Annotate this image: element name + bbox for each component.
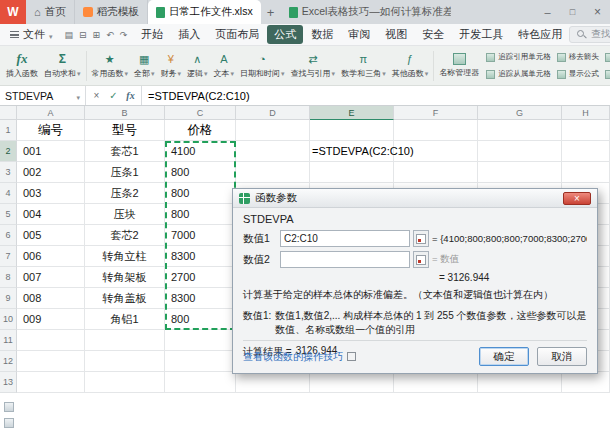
ribbon-category-常用函数[interactable]: ★常用函数 (89, 48, 132, 84)
menu-item-开始[interactable]: 开始 (134, 25, 170, 44)
cell-A5[interactable]: 004 (17, 204, 85, 225)
audit-button-移去箭头[interactable]: 移去箭头 (557, 50, 599, 65)
cell-H1[interactable] (562, 120, 610, 141)
row-header-9[interactable]: 9 (0, 288, 17, 309)
autosum-button[interactable]: Σ 自动求和 (41, 48, 84, 84)
cell-A1[interactable]: 编号 (17, 120, 85, 141)
cell-B6[interactable]: 套芯2 (85, 225, 165, 246)
cell-C5[interactable]: 800 (165, 204, 236, 225)
cell-C10[interactable]: 800 (165, 309, 236, 330)
dialog-titlebar[interactable]: 函数参数 (233, 189, 597, 208)
cell-B10[interactable]: 角铝1 (85, 309, 165, 330)
cell-A13[interactable] (17, 372, 85, 393)
cell-A9[interactable]: 008 (17, 288, 85, 309)
cell-H3[interactable] (562, 162, 610, 183)
cell-G1[interactable] (478, 120, 562, 141)
cancel-entry-icon[interactable] (88, 90, 105, 101)
column-header-H[interactable]: H (562, 106, 610, 120)
menu-item-特色应用[interactable]: 特色应用 (511, 25, 569, 44)
cell-B3[interactable]: 压条1 (85, 162, 165, 183)
tab-document[interactable]: 日常工作文件.xlsx (148, 0, 261, 24)
cell-B4[interactable]: 压条2 (85, 183, 165, 204)
cell-E3[interactable] (310, 162, 394, 183)
print-icon[interactable] (76, 30, 90, 40)
column-header-G[interactable]: G (478, 106, 562, 120)
cell-E1[interactable] (310, 120, 394, 141)
insert-function-icon[interactable] (122, 90, 139, 101)
menu-item-审阅[interactable]: 审阅 (341, 25, 377, 44)
column-header-E[interactable]: E (310, 106, 394, 120)
audit-button-追踪从属单元格[interactable]: 追踪从属单元格 (486, 67, 551, 82)
cell-C13[interactable] (165, 372, 236, 393)
cell-B7[interactable]: 转角立柱 (85, 246, 165, 267)
row-header-7[interactable]: 7 (0, 246, 17, 267)
row-header-12[interactable]: 12 (0, 351, 17, 372)
cell-E13[interactable] (310, 372, 394, 393)
row-header-2[interactable]: 2 (0, 141, 17, 162)
cell-G2[interactable] (478, 141, 562, 162)
cell-B1[interactable]: 型号 (85, 120, 165, 141)
maximize-button[interactable] (560, 0, 585, 24)
ribbon-category-其他函数[interactable]: ƒ其他函数 (389, 48, 432, 84)
audit-button-追踪引用单元格[interactable]: 追踪引用单元格 (486, 50, 551, 65)
cell-D3[interactable] (236, 162, 310, 183)
cell-B5[interactable]: 压块 (85, 204, 165, 225)
arg2-input[interactable] (280, 251, 410, 268)
row-header-11[interactable]: 11 (0, 330, 17, 351)
ribbon-category-逻辑[interactable]: ∧逻辑 (184, 48, 211, 84)
cell-C11[interactable] (165, 330, 236, 351)
ribbon-category-日期和时间[interactable]: ◔日期和时间 (237, 48, 288, 84)
arg2-range-picker-button[interactable] (413, 251, 429, 268)
cell-G13[interactable] (478, 372, 562, 393)
cell-C8[interactable]: 2700 (165, 267, 236, 288)
row-header-10[interactable]: 10 (0, 309, 17, 330)
function-tips-link[interactable]: 查看该函数的操作技巧 (243, 350, 343, 364)
cell-B8[interactable]: 转角架板 (85, 267, 165, 288)
cell-C4[interactable]: 800 (165, 183, 236, 204)
cell-B12[interactable] (85, 351, 165, 372)
row-header-8[interactable]: 8 (0, 267, 17, 288)
name-box[interactable]: STDEVPA (0, 86, 86, 105)
undo-icon[interactable] (103, 30, 117, 40)
file-menu-button[interactable]: 文件 (5, 27, 58, 42)
cancel-button[interactable]: 取消 (537, 347, 587, 366)
minimize-button[interactable] (535, 0, 560, 24)
command-search-box[interactable]: 查找命令、搜索模板 (569, 26, 610, 43)
cell-B11[interactable] (85, 330, 165, 351)
cell-H2[interactable] (562, 141, 610, 162)
row-header-13[interactable]: 13 (0, 372, 17, 393)
formula-input[interactable]: =STDEVPA(C2:C10) (142, 86, 250, 105)
tab-article[interactable]: Excel表格技巧—如何计算标准差 (281, 0, 451, 24)
cell-A3[interactable]: 002 (17, 162, 85, 183)
menu-item-开发工具[interactable]: 开发工具 (452, 25, 510, 44)
cell-C6[interactable]: 7000 (165, 225, 236, 246)
name-manager-button[interactable]: 名称管理器 (436, 48, 482, 84)
dialog-close-button[interactable] (563, 192, 591, 205)
cell-C1[interactable]: 价格 (165, 120, 236, 141)
audit-button-错误检查[interactable]: 错误检查 (605, 67, 610, 82)
menu-item-插入[interactable]: 插入 (171, 25, 207, 44)
column-header-B[interactable]: B (85, 106, 165, 120)
grid-icon[interactable] (4, 418, 14, 428)
audit-button-公式求值[interactable]: 公式求值 (605, 50, 610, 65)
grid-icon[interactable] (4, 402, 14, 412)
row-header-4[interactable]: 4 (0, 183, 17, 204)
cell-F1[interactable] (394, 120, 478, 141)
cell-A8[interactable]: 007 (17, 267, 85, 288)
wps-logo[interactable]: W (0, 0, 26, 24)
cell-A10[interactable]: 009 (17, 309, 85, 330)
menu-item-视图[interactable]: 视图 (378, 25, 414, 44)
column-header-F[interactable]: F (394, 106, 478, 120)
menu-item-页面布局[interactable]: 页面布局 (208, 25, 266, 44)
row-header-6[interactable]: 6 (0, 225, 17, 246)
ribbon-category-全部[interactable]: ▦全部 (131, 48, 158, 84)
menu-item-安全[interactable]: 安全 (415, 25, 451, 44)
row-header-5[interactable]: 5 (0, 204, 17, 225)
cell-D1[interactable] (236, 120, 310, 141)
arg1-range-picker-button[interactable] (413, 230, 429, 247)
cell-B9[interactable]: 转角盖板 (85, 288, 165, 309)
menu-item-公式[interactable]: 公式 (267, 25, 303, 44)
menu-item-数据[interactable]: 数据 (304, 25, 340, 44)
insert-function-button[interactable]: fx 插入函数 (3, 48, 41, 84)
cell-C2[interactable]: 4100 (165, 141, 236, 162)
